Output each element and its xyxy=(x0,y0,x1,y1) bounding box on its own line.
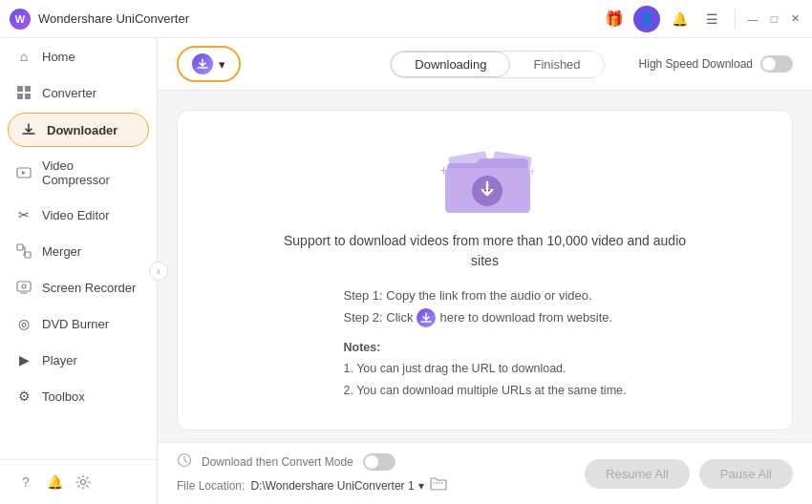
sidebar-label-dvd-burner: DVD Burner xyxy=(42,317,109,331)
titlebar-controls: 🎁 👤 🔔 ☰ — □ ✕ xyxy=(601,6,802,32)
file-location-row: File Location: D:\Wondershare UniConvert… xyxy=(177,476,566,494)
notes-label: Notes: xyxy=(343,341,380,354)
svg-text:+: + xyxy=(439,162,448,178)
folder-svg: + + xyxy=(438,139,543,225)
sidebar: ⌂ Home Converter Downloader xyxy=(0,38,158,504)
sidebar-label-player: Player xyxy=(42,353,77,368)
sidebar-item-converter[interactable]: Converter xyxy=(0,74,157,111)
footer-right: Resume All Pause All xyxy=(585,459,793,489)
note1: 1. You can just drag the URL to download… xyxy=(343,358,626,380)
sidebar-item-toolbox[interactable]: ⚙ Toolbox xyxy=(0,378,157,414)
sidebar-item-downloader[interactable]: Downloader xyxy=(8,113,149,147)
converter-icon xyxy=(15,84,32,101)
file-path-dropdown[interactable]: D:\Wondershare UniConverter 1 ▾ xyxy=(250,479,423,493)
svg-rect-5 xyxy=(17,244,23,250)
note2: 2. You can download multiple URLs at the… xyxy=(343,380,626,402)
add-download-button[interactable]: ▾ xyxy=(177,46,241,82)
sidebar-item-dvd-burner[interactable]: ◎ DVD Burner xyxy=(0,305,157,342)
sidebar-label-converter: Converter xyxy=(42,86,96,100)
sidebar-label-merger: Merger xyxy=(42,244,81,259)
path-chevron-icon: ▾ xyxy=(418,479,424,493)
content-area: ▾ Downloading Finished High Speed Downlo… xyxy=(158,38,812,504)
avatar-icon[interactable]: 👤 xyxy=(633,6,660,32)
video-compressor-icon xyxy=(15,164,32,181)
home-icon: ⌂ xyxy=(15,48,32,65)
maximize-button[interactable]: □ xyxy=(766,11,781,27)
high-speed-label: High Speed Download xyxy=(639,57,753,71)
sidebar-bottom: ? 🔔 xyxy=(0,459,157,504)
dvd-burner-icon: ◎ xyxy=(15,315,32,332)
step2-container: Step 2: Click here to download from webs… xyxy=(343,306,626,328)
sidebar-label-toolbox: Toolbox xyxy=(42,389,85,404)
step1-text: Step 1: Copy the link from the audio or … xyxy=(343,284,626,306)
svg-rect-0 xyxy=(17,86,23,92)
collapse-sidebar-button[interactable]: ‹ xyxy=(149,262,168,281)
footer-left: Download then Convert Mode File Location… xyxy=(177,452,566,494)
sidebar-label-home: Home xyxy=(42,50,75,64)
titlebar: W Wondershare UniConverter 🎁 👤 🔔 ☰ — □ ✕ xyxy=(0,0,812,38)
close-button[interactable]: ✕ xyxy=(787,11,802,27)
instruction-steps: Step 1: Copy the link from the audio or … xyxy=(343,284,626,401)
sidebar-item-merger[interactable]: Merger xyxy=(0,233,157,269)
pause-all-button[interactable]: Pause All xyxy=(699,459,793,489)
svg-point-9 xyxy=(81,480,86,485)
main-layout: ⌂ Home Converter Downloader xyxy=(0,38,812,504)
convert-mode-label: Download then Convert Mode xyxy=(202,455,353,469)
sidebar-item-screen-recorder[interactable]: Screen Recorder xyxy=(0,269,157,305)
add-download-chevron: ▾ xyxy=(219,57,225,72)
toolbox-icon: ⚙ xyxy=(15,388,32,405)
folder-illustration: + + xyxy=(438,139,533,216)
convert-mode-toggle[interactable] xyxy=(363,453,395,471)
step2-inline-icon xyxy=(417,308,436,327)
content-footer: Download then Convert Mode File Location… xyxy=(158,442,812,504)
file-location-label: File Location: xyxy=(177,479,245,493)
downloader-icon xyxy=(20,121,37,138)
step2-post: here to download from website. xyxy=(439,306,612,328)
sidebar-label-downloader: Downloader xyxy=(47,123,118,137)
download-tabs: Downloading Finished xyxy=(390,51,604,78)
instruction-title: Support to download videos from more tha… xyxy=(284,231,686,271)
divider xyxy=(735,10,736,29)
player-icon: ▶ xyxy=(15,351,32,368)
download-empty-panel: + + Support to download videos from more… xyxy=(177,110,793,430)
sidebar-label-video-editor: Video Editor xyxy=(42,208,110,222)
tab-finished[interactable]: Finished xyxy=(510,52,603,77)
svg-point-8 xyxy=(22,284,26,288)
svg-rect-2 xyxy=(17,94,23,99)
bell-icon[interactable]: 🔔 xyxy=(666,6,693,32)
tab-downloading[interactable]: Downloading xyxy=(391,52,510,77)
gift-icon[interactable]: 🎁 xyxy=(601,6,628,32)
settings-icon[interactable] xyxy=(73,472,94,493)
open-folder-icon[interactable] xyxy=(430,476,447,494)
notes-section: Notes: 1. You can just drag the URL to d… xyxy=(343,337,626,402)
svg-rect-6 xyxy=(25,252,31,258)
resume-all-button[interactable]: Resume All xyxy=(585,459,690,489)
app-logo: W xyxy=(10,9,31,30)
notification-icon[interactable]: 🔔 xyxy=(44,472,65,493)
sidebar-item-home[interactable]: ⌂ Home xyxy=(0,38,157,74)
svg-text:+: + xyxy=(528,163,536,178)
minimize-button[interactable]: — xyxy=(745,11,760,27)
svg-rect-1 xyxy=(25,86,31,92)
high-speed-group: High Speed Download xyxy=(639,55,793,73)
help-icon[interactable]: ? xyxy=(15,472,36,493)
sidebar-label-video-compressor: Video Compressor xyxy=(42,158,141,187)
sidebar-item-video-compressor[interactable]: Video Compressor xyxy=(0,149,157,197)
content-body: + + Support to download videos from more… xyxy=(158,91,812,442)
merger-icon xyxy=(15,242,32,260)
add-download-icon xyxy=(192,53,213,74)
clock-icon xyxy=(177,452,192,471)
high-speed-toggle[interactable] xyxy=(760,55,793,73)
convert-mode-row: Download then Convert Mode xyxy=(177,452,566,471)
menu-icon[interactable]: ☰ xyxy=(698,6,725,32)
svg-rect-3 xyxy=(25,94,31,99)
sidebar-label-screen-recorder: Screen Recorder xyxy=(42,281,136,295)
file-path-text: D:\Wondershare UniConverter 1 xyxy=(250,479,414,493)
video-editor-icon: ✂ xyxy=(15,206,32,223)
app-title: Wondershare UniConverter xyxy=(38,11,601,26)
step2-pre: Step 2: Click xyxy=(343,306,413,328)
screen-recorder-icon xyxy=(15,279,32,296)
content-header: ▾ Downloading Finished High Speed Downlo… xyxy=(158,38,812,91)
sidebar-item-player[interactable]: ▶ Player xyxy=(0,342,157,378)
sidebar-item-video-editor[interactable]: ✂ Video Editor xyxy=(0,197,157,233)
